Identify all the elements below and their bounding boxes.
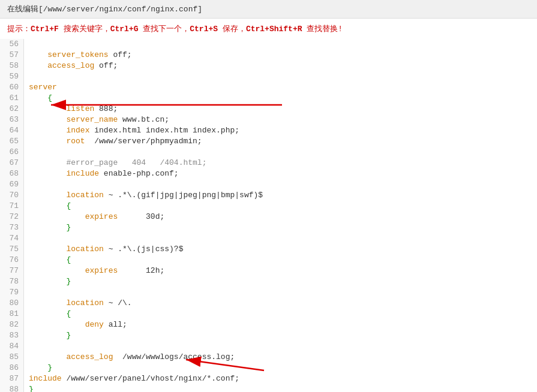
line-number: 84 (5, 341, 19, 352)
line-number: 60 (5, 82, 19, 93)
code-line (29, 147, 532, 158)
line-number: 56 (5, 39, 19, 50)
code-line (29, 179, 532, 190)
code-line: { (29, 309, 532, 319)
line-number: 86 (5, 363, 19, 373)
code-line: } (29, 276, 532, 287)
line-number: 62 (5, 104, 19, 114)
code-line (29, 287, 532, 298)
code-line: server_name www.bt.cn; (29, 114, 532, 125)
code-line: index index.html index.htm index.php; (29, 125, 532, 136)
line-number: 77 (5, 266, 19, 276)
code-line: } (29, 222, 532, 233)
line-number: 78 (5, 276, 19, 287)
line-number: 72 (5, 212, 19, 222)
code-line: } (29, 330, 532, 341)
line-numbers: 5657585960616263646566676869707172737475… (0, 39, 24, 392)
hint-bar: 提示：Ctrl+F 搜索关键字，Ctrl+G 查找下一个，Ctrl+S 保存，C… (0, 19, 537, 39)
title-bar: 在线编辑[/www/server/nginx/conf/nginx.conf] (0, 0, 537, 19)
line-number: 67 (5, 158, 19, 168)
line-number: 76 (5, 255, 19, 266)
code-area: 5657585960616263646566676869707172737475… (0, 39, 537, 392)
line-number: 69 (5, 179, 19, 190)
code-line (29, 71, 532, 82)
line-number: 66 (5, 147, 19, 158)
code-line: } (29, 363, 532, 373)
line-number: 81 (5, 309, 19, 319)
line-number: 82 (5, 319, 19, 330)
code-line: location ~ .*\.(gif|jpg|jpeg|png|bmp|swf… (29, 190, 532, 201)
line-number: 61 (5, 93, 19, 104)
line-number: 63 (5, 114, 19, 125)
code-line (29, 233, 532, 244)
line-number: 87 (5, 373, 19, 384)
line-number: 75 (5, 244, 19, 255)
line-number: 59 (5, 71, 19, 82)
code-line (29, 39, 532, 50)
code-line: server (29, 82, 532, 93)
code-line: deny all; (29, 319, 532, 330)
line-number: 68 (5, 168, 19, 179)
line-number: 83 (5, 330, 19, 341)
line-number: 73 (5, 222, 19, 233)
code-line: { (29, 201, 532, 212)
line-number: 88 (5, 384, 19, 392)
code-line: location ~ /\. (29, 298, 532, 309)
line-number: 74 (5, 233, 19, 244)
code-line: include enable-php.conf; (29, 168, 532, 179)
line-number: 71 (5, 201, 19, 212)
code-line: { (29, 255, 532, 266)
code-line: } (29, 384, 532, 392)
code-line (29, 341, 532, 352)
code-line: listen 888; (29, 104, 532, 114)
code-line: expires 30d; (29, 212, 532, 222)
code-line: server_tokens off; (29, 50, 532, 61)
code-content[interactable]: server_tokens off; access_log off; serve… (24, 39, 537, 392)
line-number: 79 (5, 287, 19, 298)
code-line: include /www/server/panel/vhost/nginx/*.… (29, 373, 532, 384)
line-number: 70 (5, 190, 19, 201)
editor-container[interactable]: 5657585960616263646566676869707172737475… (0, 39, 537, 392)
title-text: 在线编辑[/www/server/nginx/conf/nginx.conf] (7, 5, 202, 14)
code-line: root /www/server/phpmyadmin; (29, 136, 532, 147)
code-line: location ~ .*\.(js|css)?$ (29, 244, 532, 255)
line-number: 85 (5, 352, 19, 363)
line-number: 58 (5, 61, 19, 71)
code-line: expires 12h; (29, 266, 532, 276)
code-line: #error_page 404 /404.html; (29, 158, 532, 168)
line-number: 64 (5, 125, 19, 136)
line-number: 57 (5, 50, 19, 61)
code-line: { (29, 93, 532, 104)
line-number: 80 (5, 298, 19, 309)
line-number: 65 (5, 136, 19, 147)
code-line: access_log /www/wwwlogs/access.log; (29, 352, 532, 363)
code-line: access_log off; (29, 61, 532, 71)
